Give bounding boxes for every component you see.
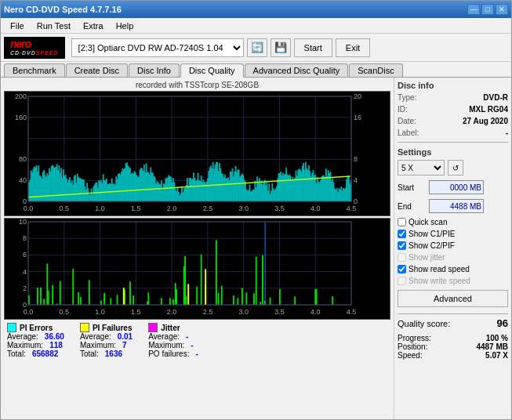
quick-scan-checkbox[interactable] xyxy=(398,218,406,226)
advanced-button[interactable]: Advanced xyxy=(398,290,508,307)
disc-type-label: Type: xyxy=(398,93,416,102)
chart-area: recorded with TSSTcorp SE-208GB PI Error… xyxy=(1,78,394,419)
speed-label: Speed: xyxy=(398,351,423,360)
pi-errors-total-value: 656882 xyxy=(32,349,58,358)
pi-failures-total-value: 1636 xyxy=(105,349,122,358)
right-panel: Disc info Type: DVD-R ID: MXL RG04 Date:… xyxy=(394,78,511,419)
disc-id-label: ID: xyxy=(398,105,408,114)
position-row: Position: 4487 MB xyxy=(398,342,508,351)
tab-scan-disc[interactable]: ScanDisc xyxy=(349,63,402,77)
minimize-button[interactable]: — xyxy=(467,4,480,15)
show-c1-pie-row: Show C1/PIE xyxy=(398,230,508,238)
show-c1-pie-label: Show C1/PIE xyxy=(409,230,455,238)
speed-setting-row: 5 X ↺ xyxy=(398,160,508,176)
titlebar: Nero CD-DVD Speed 4.7.7.16 — □ ✕ xyxy=(1,1,511,18)
end-mb-label: End xyxy=(398,202,426,211)
legend-pi-failures: PI Failures Average: 0.01 Maximum: 7 Tot… xyxy=(80,323,133,358)
show-read-speed-row: Show read speed xyxy=(398,265,508,273)
pi-failures-total-label: Total: xyxy=(80,349,99,358)
menubar: File Run Test Extra Help xyxy=(1,18,511,34)
quick-scan-row: Quick scan xyxy=(398,218,508,226)
disc-date-value: 27 Aug 2020 xyxy=(463,117,508,125)
end-setting-row: End 4488 MB xyxy=(398,199,508,213)
jitter-color xyxy=(148,323,158,332)
show-write-speed-checkbox[interactable] xyxy=(398,277,406,285)
pi-errors-avg-label: Average: xyxy=(7,332,38,341)
save-icon-button[interactable]: 💾 xyxy=(271,38,291,57)
jitter-label: Jitter xyxy=(161,324,180,332)
refresh-icon-button[interactable]: 🔄 xyxy=(247,38,267,57)
window-controls: — □ ✕ xyxy=(467,4,508,15)
legend: PI Errors Average: 36.60 Maximum: 118 To… xyxy=(4,321,390,360)
show-c2-pif-checkbox[interactable] xyxy=(398,241,406,250)
jitter-avg-label: Average: xyxy=(148,332,180,341)
main-content: recorded with TSSTcorp SE-208GB PI Error… xyxy=(1,78,511,419)
pi-failures-max-label: Maximum: xyxy=(80,341,116,349)
show-write-speed-row: Show write speed xyxy=(398,277,508,285)
legend-pi-errors: PI Errors Average: 36.60 Maximum: 118 To… xyxy=(7,323,64,358)
jitter-avg-value: - xyxy=(186,332,188,341)
show-c1-pie-checkbox[interactable] xyxy=(398,230,406,238)
disc-date-row: Date: 27 Aug 2020 xyxy=(398,117,508,125)
speed-display-value: 5.07 X xyxy=(485,351,508,360)
speed-row: Speed: 5.07 X xyxy=(398,351,508,360)
disc-id-row: ID: MXL RG04 xyxy=(398,105,508,114)
show-jitter-row: Show jitter xyxy=(398,253,508,262)
maximize-button[interactable]: □ xyxy=(481,4,494,15)
po-failures-label: PO failures: xyxy=(148,349,189,358)
nero-logo-text: nero xyxy=(10,38,59,50)
pi-failures-color xyxy=(80,323,89,332)
quality-score-value: 96 xyxy=(497,317,508,329)
show-c2-pif-label: Show C2/PIF xyxy=(409,241,455,250)
pi-failures-label: PI Failures xyxy=(93,324,133,332)
close-button[interactable]: ✕ xyxy=(496,4,508,15)
divider-1 xyxy=(398,142,508,143)
menu-extra[interactable]: Extra xyxy=(77,20,110,31)
window-title: Nero CD-DVD Speed 4.7.7.16 xyxy=(4,5,122,14)
disc-date-label: Date: xyxy=(398,117,416,125)
position-value: 4487 MB xyxy=(476,342,508,351)
tab-benchmark[interactable]: Benchmark xyxy=(4,63,65,77)
disc-type-row: Type: DVD-R xyxy=(398,93,508,102)
nero-logo: nero CD·DVDSPEED xyxy=(4,37,65,59)
position-label: Position: xyxy=(398,342,427,351)
quick-scan-label: Quick scan xyxy=(409,218,447,226)
start-button[interactable]: Start xyxy=(294,38,332,57)
exit-button[interactable]: Exit xyxy=(336,38,370,57)
top-chart xyxy=(4,91,390,216)
menu-run-test[interactable]: Run Test xyxy=(31,20,77,31)
menu-help[interactable]: Help xyxy=(110,20,140,31)
main-window: Nero CD-DVD Speed 4.7.7.16 — □ ✕ File Ru… xyxy=(0,0,512,420)
tab-advanced-disc-quality[interactable]: Advanced Disc Quality xyxy=(245,63,349,77)
pi-errors-label: PI Errors xyxy=(20,324,53,332)
disc-label-row: Label: - xyxy=(398,129,508,137)
bottom-chart xyxy=(4,218,390,320)
show-jitter-label: Show jitter xyxy=(409,253,445,262)
settings-title: Settings xyxy=(398,147,508,157)
disc-label-label: Label: xyxy=(398,129,419,137)
start-mb-label: Start xyxy=(398,183,426,192)
show-jitter-checkbox[interactable] xyxy=(398,253,406,262)
speed-select[interactable]: 5 X xyxy=(398,160,445,176)
pi-failures-avg-value: 0.01 xyxy=(118,332,133,341)
show-read-speed-checkbox[interactable] xyxy=(398,265,406,273)
drive-select[interactable]: [2:3] Optiarc DVD RW AD-7240S 1.04 xyxy=(71,38,244,57)
progress-label: Progress: xyxy=(398,334,431,342)
speed-refresh-icon[interactable]: ↺ xyxy=(448,160,463,176)
pi-errors-max-value: 118 xyxy=(49,341,63,349)
pi-errors-total-label: Total: xyxy=(7,349,26,358)
tab-create-disc[interactable]: Create Disc xyxy=(66,63,128,77)
end-mb-input[interactable]: 4488 MB xyxy=(429,199,484,213)
show-read-speed-label: Show read speed xyxy=(409,265,470,273)
tab-disc-quality[interactable]: Disc Quality xyxy=(180,63,244,78)
disc-id-value: MXL RG04 xyxy=(469,105,508,114)
start-setting-row: Start 0000 MB xyxy=(398,180,508,194)
pi-errors-avg-value: 36.60 xyxy=(45,332,64,341)
start-mb-input[interactable]: 0000 MB xyxy=(429,180,484,194)
pi-failures-avg-label: Average: xyxy=(80,332,111,341)
quality-score-label: Quality score: xyxy=(398,319,450,328)
menu-file[interactable]: File xyxy=(4,20,31,31)
legend-jitter: Jitter Average: - Maximum: - PO failures… xyxy=(148,323,198,358)
tab-disc-info[interactable]: Disc Info xyxy=(129,63,180,77)
show-write-speed-label: Show write speed xyxy=(409,277,470,285)
